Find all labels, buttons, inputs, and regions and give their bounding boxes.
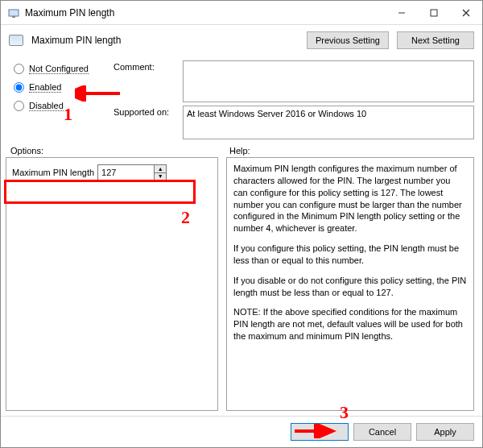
help-paragraph: NOTE: If the above specified conditions … — [233, 306, 467, 342]
next-setting-button[interactable]: Next Setting — [397, 31, 474, 49]
cancel-button[interactable]: Cancel — [353, 423, 411, 441]
radio-disabled[interactable]: Disabled — [14, 101, 109, 111]
radio-not-configured-label: Not Configured — [29, 64, 89, 74]
radio-enabled-label: Enabled — [29, 82, 61, 93]
state-area: Not Configured Enabled Disabled Comment:… — [1, 56, 482, 139]
radio-not-configured[interactable]: Not Configured — [14, 64, 109, 74]
help-heading: Help: — [229, 146, 250, 156]
radio-enabled[interactable]: Enabled — [14, 82, 109, 93]
policy-icon — [9, 35, 23, 46]
spinner-up-button[interactable]: ▲ — [155, 165, 166, 173]
supported-on-text: At least Windows Server 2016 or Windows … — [183, 106, 474, 139]
maximize-button[interactable] — [418, 1, 450, 24]
radio-enabled-input[interactable] — [14, 82, 24, 93]
spinner-down-button[interactable]: ▼ — [155, 173, 166, 180]
comment-textarea[interactable] — [183, 60, 474, 102]
close-button[interactable] — [450, 1, 482, 24]
max-pin-length-label: Maximum PIN length — [12, 168, 94, 177]
max-pin-length-input[interactable] — [97, 164, 154, 180]
radio-disabled-label: Disabled — [29, 101, 64, 111]
radio-not-configured-input[interactable] — [14, 64, 24, 74]
apply-button[interactable]: Apply — [416, 423, 474, 441]
minimize-button[interactable] — [386, 1, 418, 24]
previous-setting-button[interactable]: Previous Setting — [307, 31, 389, 49]
help-pane[interactable]: Maximum PIN length configures the maximu… — [226, 157, 474, 411]
svg-rect-3 — [431, 10, 437, 16]
window-title: Maximum PIN length — [25, 7, 386, 19]
help-paragraph: If you disable or do not configure this … — [233, 275, 467, 299]
help-paragraph: Maximum PIN length configures the maximu… — [233, 163, 467, 234]
dialog-footer: OK Cancel Apply — [1, 416, 482, 447]
app-icon — [7, 6, 20, 19]
max-pin-length-spinner[interactable]: ▲ ▼ — [97, 164, 167, 180]
gpo-editor-window: Maximum PIN length Maximum PIN length Pr… — [0, 0, 483, 448]
options-heading: Options: — [10, 146, 218, 156]
policy-title: Maximum PIN length — [31, 35, 299, 46]
help-paragraph: If you configure this policy setting, th… — [233, 243, 467, 267]
ok-button[interactable]: OK — [291, 423, 349, 441]
svg-rect-1 — [12, 16, 15, 18]
policy-header: Maximum PIN length Previous Setting Next… — [1, 25, 482, 56]
comment-label: Comment: — [114, 60, 178, 72]
titlebar: Maximum PIN length — [1, 1, 482, 25]
radio-disabled-input[interactable] — [14, 101, 24, 111]
svg-rect-0 — [9, 10, 19, 16]
options-pane: Maximum PIN length ▲ ▼ — [6, 157, 218, 411]
supported-label: Supported on: — [114, 106, 178, 117]
